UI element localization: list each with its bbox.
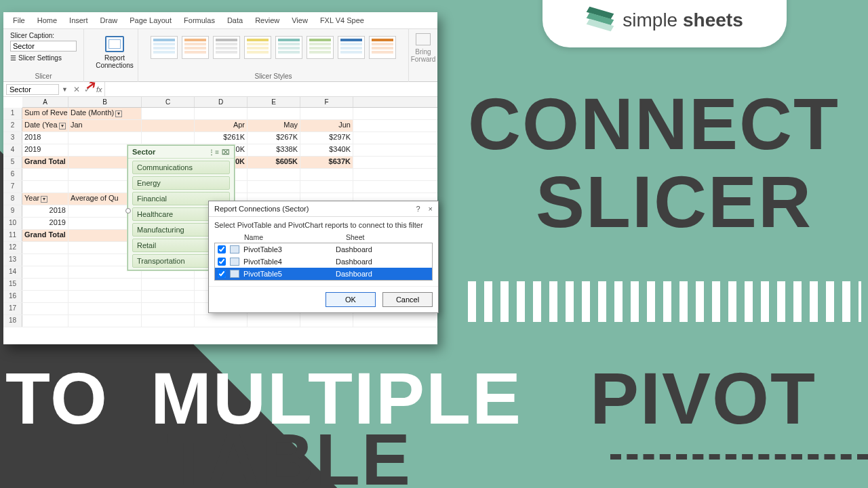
col-sheet: Sheet	[346, 233, 364, 241]
pivottable-icon	[230, 258, 239, 266]
row-checkbox[interactable]	[218, 258, 226, 266]
slicer-styles-gallery[interactable]	[145, 32, 401, 59]
report-connections-icon	[105, 36, 124, 52]
report-connections-button[interactable]: Report Connections	[91, 32, 138, 73]
cell[interactable]: 2018	[22, 132, 68, 144]
style-swatch-8[interactable]	[369, 36, 396, 59]
cell[interactable]: $261K	[195, 132, 248, 144]
cell[interactable]: May	[248, 120, 300, 131]
col-d[interactable]: D	[195, 97, 248, 107]
tab-addin[interactable]: FXL V4 Spee	[320, 16, 364, 24]
sheets-icon	[586, 10, 614, 30]
cell[interactable]: $637K	[300, 157, 353, 168]
tab-insert[interactable]: Insert	[69, 16, 88, 24]
cell[interactable]: $338K	[248, 144, 300, 156]
report-connections-label: Report Connections	[91, 54, 138, 69]
col-c[interactable]: C	[142, 97, 195, 107]
slicer-item[interactable]: Communications	[132, 161, 230, 174]
cell[interactable]: Grand Total	[22, 230, 68, 241]
namebox-dropdown-icon[interactable]: ▼	[62, 86, 68, 93]
tab-file[interactable]: File	[13, 16, 25, 24]
multiselect-icon[interactable]: ⋮≡	[208, 148, 219, 156]
row-head[interactable]: 1	[3, 108, 22, 119]
clear-filter-icon[interactable]: ⌧	[222, 148, 230, 156]
ribbon-tabs: File Home Insert Draw Page Layout Formul…	[3, 12, 437, 29]
ribbon-group-styles: Slicer Styles	[138, 29, 409, 82]
tab-review[interactable]: Review	[255, 16, 279, 24]
cancel-button[interactable]: Cancel	[382, 292, 433, 307]
row-name: PivotTable5	[243, 270, 332, 278]
close-icon[interactable]: ×	[429, 205, 433, 213]
style-swatch-5[interactable]	[275, 36, 302, 59]
group-label-slicer: Slicer	[35, 73, 52, 80]
formula-input[interactable]	[104, 82, 437, 96]
dialog-columns: Name Sheet	[209, 232, 438, 243]
headline-to: TO	[5, 356, 108, 441]
cell[interactable]: 2019	[22, 144, 68, 156]
brand-logo: simple sheets	[542, 0, 787, 47]
tab-data[interactable]: Data	[227, 16, 243, 24]
col-b[interactable]: B	[68, 97, 142, 107]
tab-pagelayout[interactable]: Page Layout	[130, 16, 172, 24]
col-e[interactable]: E	[248, 97, 300, 107]
cell[interactable]: Grand Total	[22, 157, 68, 168]
dialog-row[interactable]: PivotTable4 Dashboard	[215, 256, 432, 268]
cell[interactable]: $297K	[300, 132, 353, 144]
row-sheet: Dashboard	[336, 245, 372, 253]
cell[interactable]: Jan	[68, 120, 142, 131]
decor-dashes	[610, 454, 868, 461]
style-swatch-6[interactable]	[307, 36, 334, 59]
col-a[interactable]: A	[22, 97, 68, 107]
decor-stripes	[468, 281, 861, 322]
col-f[interactable]: F	[300, 97, 353, 107]
cell[interactable]: Year▾	[22, 193, 68, 205]
row-checkbox[interactable]	[218, 245, 226, 253]
ribbon: Slicer Caption: ☰ Slicer Settings Slicer…	[3, 29, 437, 82]
headline-connect: CONNECT	[468, 81, 840, 166]
headline-table: TABLE	[166, 417, 412, 488]
dialog-row-selected[interactable]: PivotTable5 Dashboard	[215, 268, 432, 280]
row-checkbox[interactable]	[218, 270, 226, 278]
help-icon[interactable]: ?	[416, 205, 420, 213]
name-box[interactable]	[6, 84, 59, 95]
cell[interactable]: $267K	[248, 132, 300, 144]
cell[interactable]: Jun	[300, 120, 353, 131]
brand-name: simple	[623, 9, 683, 30]
style-swatch-4[interactable]	[244, 36, 271, 59]
style-swatch-3[interactable]	[213, 36, 240, 59]
dropdown-icon[interactable]: ▾	[115, 110, 122, 117]
row-sheet: Dashboard	[336, 270, 372, 278]
slicer-settings-button[interactable]: ☰ Slicer Settings	[10, 54, 62, 62]
cell[interactable]: 2019	[22, 218, 68, 229]
tab-draw[interactable]: Draw	[100, 16, 118, 24]
row-name: PivotTable4	[243, 258, 332, 266]
dialog-footer: OK Cancel	[209, 286, 438, 312]
style-swatch-2[interactable]	[182, 36, 209, 59]
cell[interactable]: 2018	[22, 205, 68, 217]
bring-forward-icon	[416, 33, 431, 45]
cell[interactable]: Date (Month)▾	[68, 108, 142, 119]
ok-button[interactable]: OK	[326, 292, 376, 307]
style-swatch-7[interactable]	[338, 36, 365, 59]
cell[interactable]: $340K	[300, 144, 353, 156]
tab-home[interactable]: Home	[37, 16, 57, 24]
cell[interactable]: Date (Yea▾	[22, 120, 68, 131]
dropdown-icon[interactable]: ▾	[59, 123, 66, 129]
cell[interactable]: $605K	[248, 157, 300, 168]
style-swatch-1[interactable]	[151, 36, 178, 59]
dropdown-icon[interactable]: ▾	[41, 196, 47, 203]
pivottable-icon	[230, 245, 239, 253]
slicer-caption-input[interactable]	[10, 41, 77, 52]
cancel-icon[interactable]: ✕	[73, 85, 80, 94]
ribbon-group-slicer: Slicer Caption: ☰ Slicer Settings Slicer	[3, 29, 84, 82]
dialog-row[interactable]: PivotTable3 Dashboard	[215, 243, 432, 256]
slicer-settings-label: Slicer Settings	[18, 54, 62, 62]
settings-icon: ☰	[10, 54, 16, 62]
cell[interactable]: Sum of Reve	[22, 108, 68, 119]
cell[interactable]: Apr	[195, 120, 248, 131]
slicer-item[interactable]: Energy	[132, 176, 230, 190]
tab-formulas[interactable]: Formulas	[184, 16, 215, 24]
dialog-instruction: Select PivotTable and PivotChart reports…	[209, 217, 438, 232]
bring-forward-button[interactable]: Bring Forward	[409, 29, 437, 63]
tab-view[interactable]: View	[292, 16, 308, 24]
